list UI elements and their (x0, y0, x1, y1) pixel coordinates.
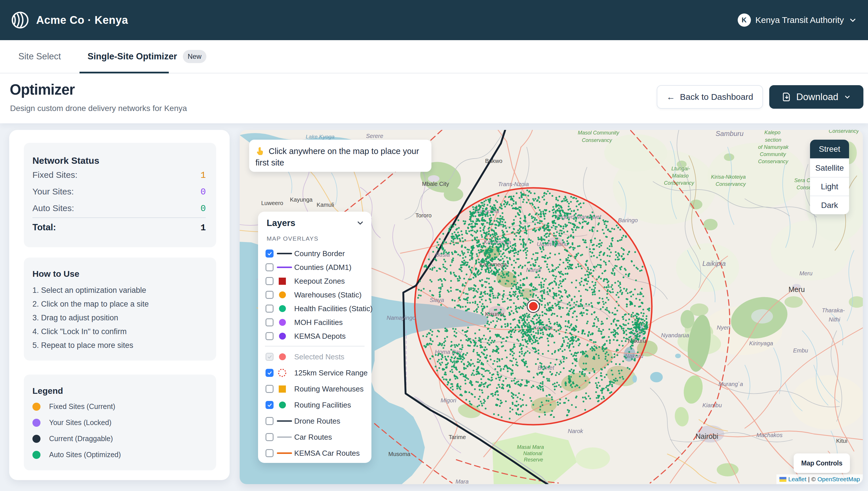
svg-text:section: section (765, 137, 781, 143)
svg-text:Conservancy: Conservancy (582, 137, 612, 143)
svg-text:Conservancy: Conservancy (829, 130, 859, 134)
svg-text:Murang`a: Murang`a (718, 381, 743, 387)
svg-text:Luweero: Luweero (261, 200, 283, 206)
svg-text:of Namunyak: of Namunyak (758, 144, 789, 150)
svg-text:Lake Kyoga: Lake Kyoga (306, 134, 334, 140)
svg-text:Mbale City: Mbale City (422, 181, 449, 187)
svg-text:Narok: Narok (568, 428, 583, 434)
svg-text:Kalepo: Kalepo (764, 130, 781, 135)
svg-text:National: National (523, 451, 543, 456)
svg-text:Masol Community: Masol Community (578, 130, 619, 136)
svg-text:Embu: Embu (793, 347, 808, 354)
svg-text:Nyeri: Nyeri (717, 324, 730, 331)
svg-text:Kitui: Kitui (836, 438, 847, 444)
svg-text:Namayingo: Namayingo (387, 315, 416, 321)
svg-text:Musoma: Musoma (388, 451, 411, 457)
svg-text:Meru: Meru (788, 285, 805, 293)
svg-text:Kirisa-Nkoteiya: Kirisa-Nkoteiya (711, 174, 746, 180)
svg-text:Community: Community (760, 151, 786, 157)
svg-text:Conservancy: Conservancy (758, 158, 788, 164)
svg-text:Mara: Mara (456, 479, 469, 484)
svg-text:Siaya: Siaya (430, 297, 444, 303)
svg-text:Nyandarua: Nyandarua (661, 332, 689, 339)
svg-text:Ltungai-: Ltungai- (671, 166, 690, 172)
svg-text:Nairobi: Nairobi (696, 432, 718, 440)
svg-text:Conservancy: Conservancy (664, 180, 694, 186)
svg-text:Laikipia: Laikipia (702, 260, 726, 267)
svg-text:Serere: Serere (366, 133, 383, 139)
svg-text:Conservancy: Conservancy (715, 181, 746, 187)
svg-text:Bukwo: Bukwo (485, 158, 502, 164)
svg-text:Kamuli: Kamuli (317, 202, 334, 208)
svg-text:Reserve: Reserve (524, 457, 543, 463)
svg-text:Nakuru: Nakuru (625, 353, 643, 359)
svg-text:Nandi: Nandi (526, 267, 541, 273)
svg-text:Tororo: Tororo (415, 212, 432, 219)
svg-text:Kayunga: Kayunga (290, 197, 313, 203)
svg-text:Nithi: Nithi (829, 316, 840, 323)
svg-text:Kiambu: Kiambu (702, 402, 722, 408)
svg-text:Conse: Conse (796, 185, 811, 191)
svg-text:Meru: Meru (799, 270, 813, 277)
svg-text:Kirinyaga: Kirinyaga (749, 340, 773, 346)
svg-text:Migori: Migori (441, 397, 456, 404)
svg-text:Samburu: Samburu (715, 130, 743, 137)
svg-text:Masai Mara: Masai Mara (517, 444, 544, 450)
svg-text:Machakos: Machakos (756, 432, 783, 438)
svg-text:Tharaka-: Tharaka- (822, 307, 845, 314)
svg-text:Bomet: Bomet (538, 365, 554, 371)
svg-text:Baringo: Baringo (618, 217, 638, 224)
svg-text:Tarime: Tarime (449, 434, 466, 440)
svg-text:Busia: Busia (435, 252, 450, 258)
svg-text:Trans-Nzoia: Trans-Nzoia (498, 181, 529, 187)
svg-text:Malaso: Malaso (672, 173, 688, 179)
